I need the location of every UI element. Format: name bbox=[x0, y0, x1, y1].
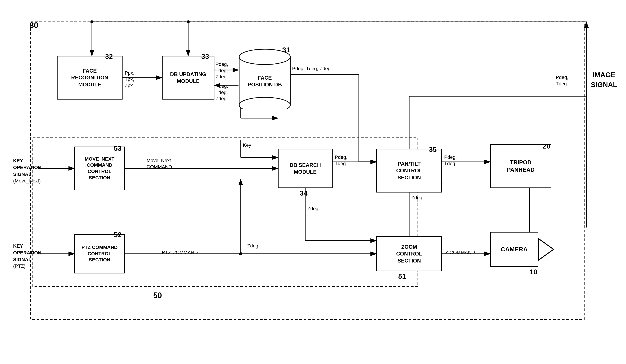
pdeg-tdeg-zdeg-label-3: Pdeg, Tdeg, Zdeg bbox=[292, 66, 331, 72]
pdeg-tdeg-label-3: Pdeg,Tdeg bbox=[556, 74, 568, 87]
pdeg-tdeg-label-1: Pdeg,Tdeg bbox=[335, 154, 348, 167]
pdeg-tdeg-zdeg-label-2: Pdeg,Tdeg,Zdeg bbox=[216, 83, 228, 102]
num-35: 35 bbox=[429, 146, 437, 153]
zdeg-label-2: Zdeg bbox=[411, 195, 422, 201]
image-signal-label: IMAGESIGNAL bbox=[591, 70, 617, 90]
move-next-cmd-label: Move_NextCOMMAND bbox=[147, 157, 172, 170]
label-30: 30 bbox=[30, 21, 38, 30]
num-52: 52 bbox=[114, 231, 122, 239]
key-op-signal-2: KEYOPERATIONSIGNAL (PTZ) bbox=[13, 243, 41, 270]
num-53: 53 bbox=[114, 144, 122, 152]
db-updating-block: DB UPDATINGMODULE bbox=[162, 56, 214, 100]
db-search-block: DB SEARCHMODULE bbox=[278, 149, 333, 188]
camera-block: CAMERA bbox=[490, 232, 538, 267]
num-34: 34 bbox=[300, 189, 308, 197]
diagram-container: 30 50 FACERECOGNITIONMODULE 32 DB UPDATI… bbox=[9, 9, 617, 354]
pdeg-tdeg-label-2: Pdeg,Tdeg bbox=[444, 154, 457, 167]
key-label: Key bbox=[243, 142, 251, 148]
num-10: 10 bbox=[530, 268, 537, 276]
svg-point-41 bbox=[239, 252, 242, 255]
face-recognition-block: FACERECOGNITIONMODULE bbox=[57, 56, 122, 100]
num-51: 51 bbox=[398, 272, 406, 280]
num-20: 20 bbox=[543, 142, 550, 150]
num-33: 33 bbox=[201, 52, 209, 61]
z-cmd-label: Z COMMAND bbox=[445, 249, 475, 256]
zoom-control-block: ZOOMCONTROLSECTION bbox=[376, 236, 442, 271]
pan-tilt-block: PAN/TILTCONTROLSECTION bbox=[376, 149, 442, 192]
ppx-tpx-zpx-label: Ppx,Tpx,Zpx bbox=[125, 70, 134, 89]
key-op-signal-1: KEYOPERATIONSIGNAL (Move_Next) bbox=[13, 157, 41, 184]
zdeg-label-3: Zdeg bbox=[247, 243, 258, 249]
camera-lens-icon bbox=[537, 236, 555, 263]
svg-point-44 bbox=[187, 20, 190, 23]
svg-marker-49 bbox=[538, 238, 553, 260]
face-position-db: FACEPOSITION DB bbox=[238, 48, 291, 109]
label-50: 50 bbox=[153, 291, 162, 300]
ptz-command-block: PTZ COMMANDCONTROLSECTION bbox=[74, 234, 125, 273]
pdeg-tdeg-zdeg-label-1: Pdeg,Tdeg,Zdeg bbox=[216, 61, 228, 80]
num-32: 32 bbox=[105, 52, 113, 61]
move-next-block: MOVE_NEXTCOMMANDCONTROLSECTION bbox=[74, 146, 125, 190]
tripod-block: TRIPODPANHEAD bbox=[490, 144, 551, 188]
svg-point-45 bbox=[90, 20, 93, 23]
ptz-cmd-label: PTZ COMMAND bbox=[162, 249, 198, 256]
zdeg-label-1: Zdeg bbox=[308, 206, 318, 212]
num-31: 31 bbox=[282, 46, 290, 54]
